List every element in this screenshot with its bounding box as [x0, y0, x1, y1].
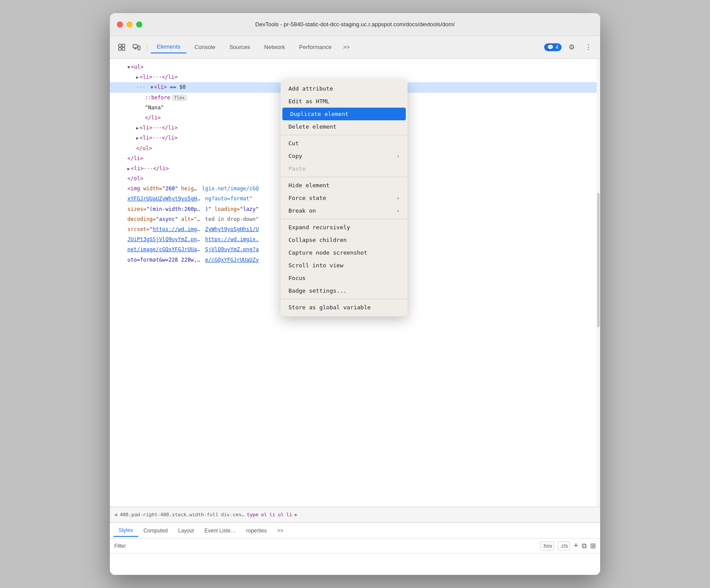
traffic-lights [117, 21, 142, 28]
attr-decoding-val: "async" [156, 216, 178, 222]
styles-filter: Filter :hov .cls + ⧉ ⊞ [110, 539, 600, 553]
minimize-button[interactable] [127, 21, 133, 28]
tab-sources[interactable]: Sources [223, 41, 257, 53]
dom0-indicator: == $0 [167, 84, 186, 90]
menu-cut-label: Cut [288, 140, 299, 147]
menu-delete-element[interactable]: Delete element [281, 120, 408, 133]
attr-width: width= [143, 186, 162, 192]
settings-button[interactable]: ⚙ [565, 41, 578, 54]
expand-icon[interactable]: ▶ [136, 75, 139, 80]
breadcrumb-tag-li2[interactable]: li [286, 512, 292, 518]
menu-collapse-children-label: Collapse children [288, 237, 347, 243]
menu-badge-settings[interactable]: Badge settings... [281, 284, 408, 297]
attr-sizes-cont: )" [205, 206, 214, 212]
img-url-1: lgix.net/image/cGQ [202, 186, 259, 192]
attr-loading-val: "lazy" [240, 206, 259, 212]
menu-copy[interactable]: Copy › [281, 150, 408, 162]
dom-scrollbar[interactable] [597, 59, 600, 507]
more-options-button[interactable]: ⋮ [582, 41, 595, 54]
menu-edit-html[interactable]: Edit as HTML [281, 95, 408, 108]
attr-width-val: "260" [162, 186, 178, 192]
expand-icon[interactable]: ▶ [136, 136, 139, 140]
menu-force-state-label: Force state [288, 195, 326, 201]
breadcrumb-back-icon[interactable]: ◀ [114, 512, 117, 518]
filter-placeholder: Filter [114, 543, 537, 549]
expand-icon[interactable]: ▶ [136, 126, 139, 130]
main-content: ▼<ul> ▶<li>···</li> ··· ▼<li> == $0 ::be… [110, 59, 600, 575]
menu-expand-recursively[interactable]: Expand recursively [281, 221, 408, 234]
svg-rect-4 [133, 45, 137, 48]
menu-duplicate-element[interactable]: Duplicate element [282, 108, 406, 120]
menu-break-on[interactable]: Break on › [281, 204, 408, 217]
context-menu: Add attribute Edit as HTML Duplicate ele… [281, 80, 408, 316]
tab-properties[interactable]: roperties [241, 525, 272, 536]
tag-ul: <ul> [131, 64, 144, 70]
add-style-button[interactable]: + [573, 541, 578, 550]
attr-loading: loading= [214, 206, 240, 212]
dot-indicator: ··· [136, 84, 146, 90]
collapse-icon[interactable]: ▼ [151, 85, 153, 90]
breadcrumb-forward-icon[interactable]: ▶ [295, 512, 298, 518]
breadcrumb-tag-ol[interactable]: ol [261, 512, 267, 518]
menu-edit-html-label: Edit as HTML [288, 98, 330, 105]
cls-button[interactable]: .cls [558, 542, 570, 550]
menu-scroll-into-view[interactable]: Scroll into view [281, 259, 408, 272]
alt-cont: ted in drop-down" [205, 216, 259, 222]
srcset-url-1: https://wd.img [153, 226, 197, 232]
menu-force-state[interactable]: Force state › [281, 192, 408, 204]
tag-li-close-2: </li> [162, 125, 178, 131]
tab-elements[interactable]: Elements [151, 41, 186, 53]
menu-hide-element[interactable]: Hide element [281, 179, 408, 192]
close-button[interactable] [117, 21, 123, 28]
tab-network[interactable]: Network [258, 41, 292, 53]
tag-li-1: <li> [140, 74, 152, 80]
attr-height: heig [178, 186, 194, 192]
menu-focus[interactable]: Focus [281, 272, 408, 284]
ellipsis: ··· [144, 165, 153, 172]
menu-collapse-children[interactable]: Collapse children [281, 234, 408, 246]
tab-performance[interactable]: Performance [293, 41, 337, 53]
maximize-button[interactable] [136, 21, 142, 28]
menu-store-global[interactable]: Store as global variable [281, 301, 408, 314]
srcset-url-1b: ZyWhyt9yo5gHhs1/U [205, 226, 259, 232]
scrollbar-thumb[interactable] [597, 193, 600, 327]
tab-event-listeners[interactable]: Event Liste… [199, 525, 241, 536]
tab-more-styles[interactable]: >> [272, 525, 288, 536]
menu-separator-3 [281, 219, 408, 219]
menu-duplicate-element-label: Duplicate element [290, 111, 348, 117]
hov-button[interactable]: :hov [540, 542, 555, 550]
menu-cut[interactable]: Cut [281, 137, 408, 150]
more-tabs-button[interactable]: >> [340, 42, 353, 52]
menu-add-attribute[interactable]: Add attribute [281, 82, 408, 95]
breadcrumb-tag-ul[interactable]: ul [278, 512, 284, 518]
menu-focus-label: Focus [288, 275, 306, 281]
devtools-toolbar: Elements Console Sources Network Perform… [110, 36, 600, 59]
ellipsis: ··· [152, 74, 162, 80]
devtools-window: DevTools - pr-5840-static-dot-dcc-stagin… [110, 13, 600, 575]
copy-styles-icon[interactable]: ⧉ [582, 542, 587, 550]
tab-console[interactable]: Console [188, 41, 221, 53]
tab-styles[interactable]: Styles [113, 525, 138, 537]
menu-capture-screenshot[interactable]: Capture node screenshot [281, 246, 408, 259]
cursor-icon[interactable] [115, 41, 128, 54]
device-icon[interactable] [130, 41, 143, 54]
style-settings-icon[interactable]: ⊞ [590, 542, 596, 550]
expand-icon[interactable]: ▶ [127, 166, 130, 171]
menu-delete-element-label: Delete element [288, 123, 337, 130]
breadcrumb-item-1[interactable]: 400.pad-right-400.stack.width-full [120, 512, 218, 518]
attr-sizes-val: "(min-width:260p [146, 206, 197, 212]
ellipsis: ··· [152, 125, 162, 131]
tab-computed[interactable]: Computed [138, 525, 173, 536]
ellipsis: ··· [152, 135, 162, 141]
breadcrumb-item-2[interactable]: div.cen… [221, 512, 244, 518]
tab-layout[interactable]: Layout [173, 525, 199, 536]
tag-li-close-1: </li> [162, 74, 178, 80]
collapse-icon[interactable]: ▼ [127, 65, 130, 70]
tag-li-3: <li> [140, 135, 152, 141]
menu-break-on-label: Break on [288, 207, 316, 214]
tag-li-2: <li> [140, 125, 152, 131]
breadcrumb-tag-li[interactable]: li [270, 512, 275, 518]
chat-badge[interactable]: 💬 4 [544, 43, 562, 51]
dom-line[interactable]: ▼<ul> [110, 62, 600, 72]
breadcrumb-tag-type[interactable]: type [247, 512, 259, 518]
